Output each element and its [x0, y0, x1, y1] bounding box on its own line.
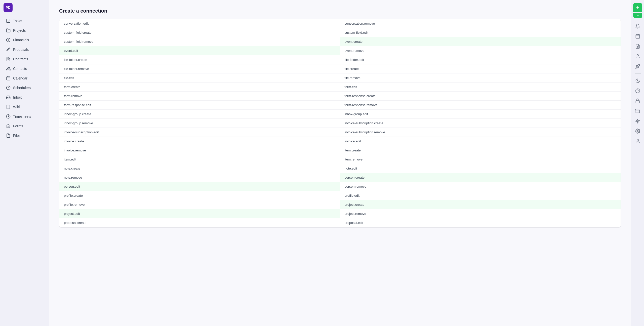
connection-cell-right[interactable]: proposal.edit [340, 218, 621, 227]
person-icon[interactable] [633, 52, 642, 61]
add-button[interactable]: + [633, 3, 642, 12]
connection-cell-left[interactable]: profile.create [59, 191, 340, 200]
calendar-icon[interactable] [633, 32, 642, 41]
connection-cell-left[interactable]: person.edit [59, 182, 340, 191]
table-row: inbox-group.createinbox-group.edit [59, 110, 621, 119]
sidebar-item-files[interactable]: Files [2, 131, 47, 140]
table-row: inbox-group.removeinvoice-subscription.c… [59, 119, 621, 128]
connection-cell-left[interactable]: custom-field.create [59, 28, 340, 37]
connection-cell-left[interactable]: form.remove [59, 92, 340, 101]
sidebar-item-proposals[interactable]: Proposals [2, 45, 47, 54]
lightning-icon[interactable] [633, 116, 642, 126]
app-logo[interactable]: PD [4, 3, 13, 12]
connection-cell-right[interactable]: custom-field.edit [340, 28, 621, 37]
connection-cell-left[interactable]: file-folder.remove [59, 64, 340, 73]
connection-cell-left[interactable]: inbox-group.create [59, 110, 340, 119]
connection-cell-right[interactable]: item.remove [340, 155, 621, 164]
connection-cell-right[interactable]: person.create [340, 173, 621, 182]
lock-icon[interactable] [633, 96, 642, 105]
connection-cell-right[interactable]: form-response.remove [340, 101, 621, 110]
sidebar-item-timesheets[interactable]: Timesheets [2, 112, 47, 121]
connection-cell-right[interactable]: event.remove [340, 46, 621, 55]
notes-icon[interactable] [633, 42, 642, 51]
connection-cell-left[interactable]: note.remove [59, 173, 340, 182]
connection-cell-left[interactable]: file-folder.create [59, 55, 340, 64]
connection-cell-left[interactable]: project.edit [59, 209, 340, 218]
connection-cell-left[interactable]: custom-field.remove [59, 37, 340, 46]
connection-cell-left[interactable]: note.create [59, 164, 340, 173]
sidebar-item-forms[interactable]: Forms [2, 121, 47, 131]
table-row: note.removeperson.create [59, 173, 621, 182]
connection-cell-right[interactable]: invoice-subscription.remove [340, 128, 621, 137]
table-row: file.editfile.remove [59, 73, 621, 83]
connection-cell-right[interactable]: invoice-subscription.create [340, 119, 621, 128]
table-row: invoice.removeitem.create [59, 146, 621, 155]
connection-cell-right[interactable]: form-response.create [340, 92, 621, 101]
archive-icon[interactable] [633, 106, 642, 115]
connection-cell-left[interactable]: invoice.remove [59, 146, 340, 155]
connection-cell-left[interactable]: inbox-group.remove [59, 119, 340, 128]
connection-cell-left[interactable]: proposal.create [59, 218, 340, 227]
sidebar-item-wiki[interactable]: Wiki [2, 102, 47, 111]
connection-cell-left[interactable]: item.edit [59, 155, 340, 164]
connection-cell-left[interactable]: form.create [59, 83, 340, 92]
connection-cell-left[interactable]: file.edit [59, 73, 340, 83]
svg-rect-25 [635, 109, 640, 110]
svg-point-5 [7, 67, 9, 68]
connection-cell-right[interactable]: file.create [340, 64, 621, 73]
divider [635, 73, 641, 74]
sidebar-label-files: Files [13, 134, 21, 138]
connection-cell-left[interactable]: invoice-subscription.edit [59, 128, 340, 137]
sidebar-item-calendar[interactable]: Calendar [2, 74, 47, 83]
svg-point-28 [637, 131, 638, 132]
connection-cell-left[interactable]: conversation.edit [59, 19, 340, 28]
table-row: profile.createprofile.edit [59, 191, 621, 200]
connection-cell-right[interactable]: event.create [340, 37, 621, 46]
connection-cell-right[interactable]: invoice.edit [340, 137, 621, 146]
table-row: file-folder.removefile.create [59, 64, 621, 73]
connection-cell-right[interactable]: inbox-group.edit [340, 110, 621, 119]
sidebar-label-calendar: Calendar [13, 76, 27, 80]
sidebar-item-contracts[interactable]: Contracts [2, 55, 47, 64]
table-row: invoice-subscription.editinvoice-subscri… [59, 128, 621, 137]
help-icon[interactable] [633, 86, 642, 95]
table-row: form.createform.edit [59, 83, 621, 92]
connection-cell-left[interactable]: form-response.edit [59, 101, 340, 110]
connection-cell-right[interactable]: file.remove [340, 73, 621, 83]
connection-cell-right[interactable]: profile.edit [340, 191, 621, 200]
connection-cell-right[interactable]: project.create [340, 200, 621, 209]
table-row: conversation.editconversation.remove [59, 19, 621, 28]
table-row: event.editevent.remove [59, 46, 621, 55]
connection-cell-right[interactable]: conversation.remove [340, 19, 621, 28]
main-area: Create a connection conversation.editcon… [49, 0, 631, 326]
panel-title: Create a connection [59, 8, 621, 14]
connection-cell-right[interactable]: note.edit [340, 164, 621, 173]
connection-cell-right[interactable]: person.remove [340, 182, 621, 191]
connection-cell-right[interactable]: file-folder.edit [340, 55, 621, 64]
connection-cell-right[interactable]: item.create [340, 146, 621, 155]
sidebar-item-schedulers[interactable]: Schedulers [2, 83, 47, 92]
table-row: project.editproject.remove [59, 209, 621, 218]
sidebar-item-contacts[interactable]: Contacts [2, 64, 47, 73]
sidebar-label-projects: Projects [13, 28, 26, 32]
bell-icon[interactable] [633, 22, 642, 31]
svg-marker-27 [636, 119, 639, 123]
table-row: custom-field.createcustom-field.edit [59, 28, 621, 37]
table-row: person.editperson.remove [59, 182, 621, 191]
center-panel: Create a connection conversation.editcon… [49, 0, 631, 326]
profile-icon[interactable] [633, 137, 642, 146]
settings-icon[interactable] [633, 127, 642, 136]
sidebar-item-projects[interactable]: Projects [2, 26, 47, 35]
sidebar-item-tasks[interactable]: Tasks [2, 16, 47, 25]
connection-cell-left[interactable]: invoice.create [59, 137, 340, 146]
connection-cell-left[interactable]: profile.remove [59, 200, 340, 209]
chevron-down-button[interactable] [633, 13, 642, 18]
sidebar-item-inbox[interactable]: Inbox [2, 93, 47, 102]
connection-cell-right[interactable]: project.remove [340, 209, 621, 218]
moon-icon[interactable] [633, 76, 642, 85]
connection-cell-left[interactable]: event.edit [59, 46, 340, 55]
table-row: file-folder.createfile-folder.edit [59, 55, 621, 64]
connection-cell-right[interactable]: form.edit [340, 83, 621, 92]
sidebar-item-financials[interactable]: Financials [2, 35, 47, 45]
rocket-icon[interactable] [633, 62, 642, 71]
